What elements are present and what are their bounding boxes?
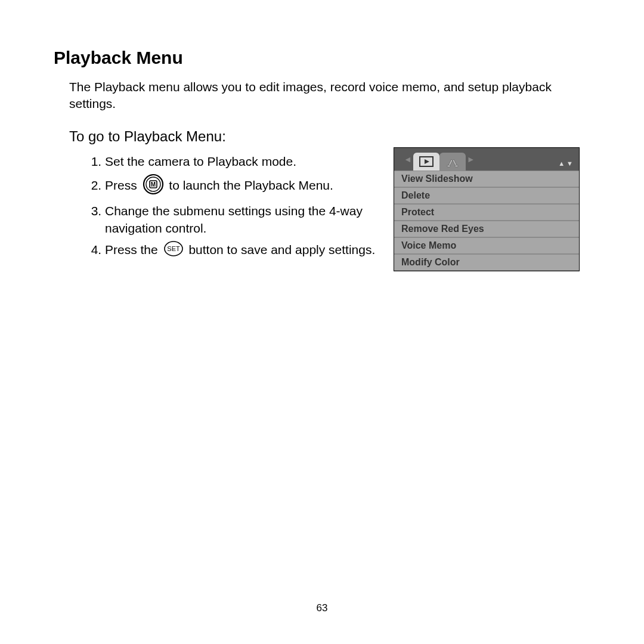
step-4-text-a: Press the bbox=[105, 243, 162, 256]
step-2-text-a: Press bbox=[105, 178, 141, 192]
camera-menu-screenshot: ◄ ► ▲ ▼ View Slideshow Delete Protect Re… bbox=[394, 147, 580, 271]
menu-item-modify-color: Modify Color bbox=[394, 254, 579, 271]
step-1: Set the camera to Playback mode. bbox=[105, 153, 415, 170]
set-button-icon: SET bbox=[163, 240, 184, 261]
svg-text:M: M bbox=[150, 181, 155, 188]
menu-item-remove-red-eyes: Remove Red Eyes bbox=[394, 221, 579, 237]
settings-tab bbox=[439, 153, 466, 171]
menu-item-voice-memo: Voice Memo bbox=[394, 237, 579, 254]
menu-item-delete: Delete bbox=[394, 187, 579, 204]
step-3: Change the submenu settings using the 4-… bbox=[105, 203, 415, 237]
step-4: Press the SET button to save and apply s… bbox=[105, 240, 415, 261]
svg-text:SET: SET bbox=[167, 245, 180, 252]
steps-list: Set the camera to Playback mode. Press M… bbox=[88, 153, 415, 262]
intro-paragraph: The Playback menu allows you to edit ima… bbox=[69, 79, 590, 113]
page-number: 63 bbox=[0, 602, 644, 614]
svg-rect-8 bbox=[447, 165, 450, 167]
nav-updown-icon: ▲ ▼ bbox=[558, 160, 573, 167]
menu-button-icon: M bbox=[143, 174, 164, 199]
tab-bar: ◄ ► ▲ ▼ bbox=[394, 148, 579, 171]
subheading: To go to Playback Menu: bbox=[69, 128, 590, 145]
step-2-text-b: to launch the Playback Menu. bbox=[169, 178, 333, 192]
page-title: Playback Menu bbox=[54, 48, 590, 68]
svg-marker-7 bbox=[425, 159, 429, 164]
tab-arrow-left-icon: ◄ bbox=[402, 154, 413, 164]
playback-tab bbox=[413, 153, 439, 171]
menu-item-view-slideshow: View Slideshow bbox=[394, 171, 579, 187]
tab-arrow-right-icon: ► bbox=[466, 154, 476, 164]
menu-item-protect: Protect bbox=[394, 204, 579, 221]
svg-rect-9 bbox=[455, 165, 458, 167]
step-4-text-b: button to save and apply settings. bbox=[188, 243, 375, 256]
step-2: Press M to launch the Playback Menu. bbox=[105, 174, 415, 199]
